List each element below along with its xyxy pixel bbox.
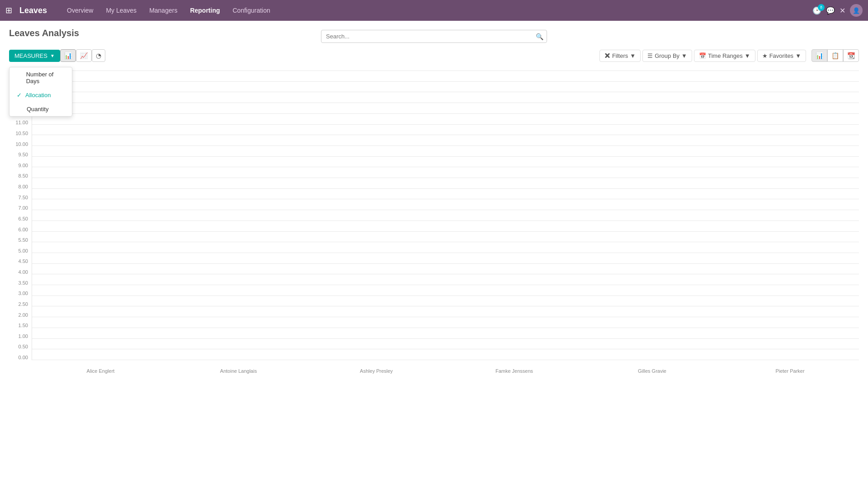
main-content: Leaves Analysis 🔍 MEASURES ▼ Number of D… [0, 21, 868, 488]
y-axis-label: 2.50 [19, 301, 28, 307]
filter-icon: 🗙 [604, 52, 610, 59]
y-axis-label: 0.50 [19, 344, 28, 349]
y-axis-label: 8.50 [19, 173, 28, 178]
nav-managers[interactable]: Managers [144, 5, 183, 16]
y-axis-label: 7.00 [19, 205, 28, 211]
y-axis-label: 9.00 [19, 163, 28, 168]
x-axis-label: Famke Jenssens [459, 366, 570, 374]
y-axis-label: 3.00 [19, 291, 28, 296]
x-axis-labels: Alice EnglertAntoine LanglaisAshley Pres… [32, 366, 859, 374]
x-axis-label: Pieter Parker [735, 366, 845, 374]
list-view-button[interactable]: 📋 [827, 49, 843, 62]
main-nav: Overview My Leaves Managers Reporting Co… [61, 5, 805, 16]
nav-configuration[interactable]: Configuration [227, 5, 276, 16]
measures-arrow-icon: ▼ [50, 53, 55, 58]
pie-chart-button[interactable]: ◔ [92, 49, 105, 62]
y-axis-label: 1.50 [19, 323, 28, 328]
filter-bar: 🗙 Filters ▼ ☰ Group By ▼ 📅 Time Ranges ▼… [599, 49, 859, 62]
measures-dropdown: Number of Days ✓ Allocation Quantity [9, 67, 72, 117]
measures-item-allocation[interactable]: ✓ Allocation [9, 88, 72, 102]
timeranges-label: Time Ranges [708, 52, 743, 59]
y-axis-label: 6.00 [19, 227, 28, 232]
y-axis-label: 10.50 [15, 131, 28, 136]
y-axis-label: 6.50 [19, 216, 28, 221]
close-icon[interactable]: ✕ [840, 6, 845, 15]
y-axis-label: 5.50 [19, 237, 28, 243]
check-allocation: ✓ [17, 92, 22, 99]
x-axis-label: Antoine Langlais [183, 366, 294, 374]
topbar: ⊞ Leaves Overview My Leaves Managers Rep… [0, 0, 868, 21]
bars-container [32, 71, 859, 360]
line-chart-button[interactable]: 📈 [76, 49, 92, 62]
measures-container: MEASURES ▼ Number of Days ✓ Allocation Q… [9, 50, 60, 62]
barchart-view-button[interactable]: 📊 [811, 49, 827, 62]
measures-label: MEASURES [14, 52, 47, 59]
groupby-label: Group By [655, 52, 679, 59]
y-axis-label: 4.00 [19, 269, 28, 275]
avatar[interactable]: 👤 [850, 4, 863, 17]
page-title: Leaves Analysis [9, 28, 79, 38]
topbar-right: 🕑 8 💬 ✕ 👤 [812, 4, 863, 17]
y-axis-label: 4.50 [19, 258, 28, 264]
app-name: Leaves [19, 6, 47, 15]
activity-icon[interactable]: 🕑 8 [812, 6, 821, 15]
y-axis-label: 2.00 [19, 312, 28, 318]
filters-arrow: ▼ [630, 52, 636, 59]
toolbar-row: MEASURES ▼ Number of Days ✓ Allocation Q… [9, 49, 859, 62]
y-axis-label: 10.00 [15, 141, 28, 147]
groupby-icon: ☰ [647, 52, 653, 59]
groupby-arrow: ▼ [681, 52, 687, 59]
filters-label: Filters [612, 52, 628, 59]
title-search-row: Leaves Analysis 🔍 [9, 28, 859, 45]
chart-inner [32, 71, 859, 360]
nav-overview[interactable]: Overview [61, 5, 99, 16]
filters-button[interactable]: 🗙 Filters ▼ [599, 50, 641, 62]
grid-icon[interactable]: ⊞ [5, 5, 12, 15]
y-axis-label: 9.50 [19, 152, 28, 157]
measures-quantity-label: Quantity [27, 106, 48, 113]
measures-allocation-label: Allocation [25, 92, 51, 99]
search-input[interactable] [321, 30, 547, 43]
calendar-view-button[interactable]: 📆 [843, 49, 859, 62]
favorites-button[interactable]: ★ Favorites ▼ [757, 50, 806, 62]
chart-area: 0.000.501.001.502.002.503.003.504.004.50… [9, 66, 859, 374]
measures-item-quantity[interactable]: Quantity [9, 102, 72, 116]
y-axis-label: 0.00 [19, 355, 28, 360]
nav-reporting[interactable]: Reporting [184, 5, 225, 16]
favorites-arrow: ▼ [795, 52, 801, 59]
measures-item-numdays[interactable]: Number of Days [9, 67, 72, 88]
search-container: 🔍 [321, 30, 547, 43]
timeranges-arrow: ▼ [745, 52, 750, 59]
measures-button[interactable]: MEASURES ▼ [9, 50, 60, 62]
x-axis-label: Alice Englert [45, 366, 156, 374]
measures-numdays-label: Number of Days [26, 71, 65, 84]
x-axis-label: Ashley Presley [321, 366, 432, 374]
nav-myleaves[interactable]: My Leaves [100, 5, 142, 16]
calendar-icon: 📅 [699, 52, 706, 59]
y-axis-label: 7.50 [19, 195, 28, 200]
bar-chart-button[interactable]: 📊 [60, 49, 76, 62]
x-axis-label: Gilles Gravie [597, 366, 708, 374]
y-axis-label: 3.50 [19, 280, 28, 286]
view-toggle: 📊 📋 📆 [811, 49, 859, 62]
timeranges-button[interactable]: 📅 Time Ranges ▼ [694, 50, 755, 62]
search-icon[interactable]: 🔍 [536, 33, 543, 40]
star-icon: ★ [762, 52, 768, 59]
favorites-label: Favorites [769, 52, 793, 59]
y-axis-label: 8.00 [19, 184, 28, 189]
y-axis-label: 1.00 [19, 333, 28, 339]
y-axis-label: 11.00 [15, 120, 28, 125]
notification-badge: 8 [818, 4, 825, 11]
chat-icon[interactable]: 💬 [826, 6, 835, 15]
y-axis-label: 5.00 [19, 248, 28, 253]
groupby-button[interactable]: ☰ Group By ▼ [642, 50, 692, 62]
